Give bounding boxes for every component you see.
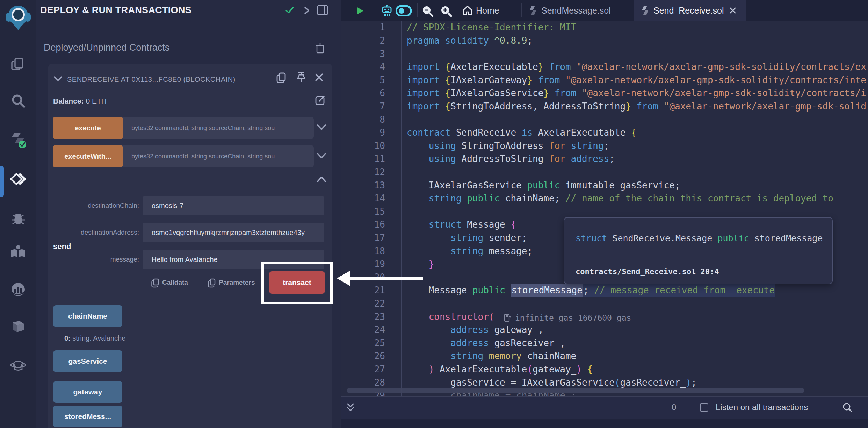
code-line[interactable]: // SPDX-License-Identifier: MIT [407,21,576,34]
sidebar-item-debugger[interactable] [8,209,28,229]
close-contract-icon[interactable] [314,73,324,82]
copy-calldata-icon[interactable] [151,278,159,288]
remix-ide-window: DEPLOY & RUN TRANSACTIONS Deployed/Unpin… [0,0,868,428]
getter-button-chainName[interactable]: chainName [53,305,122,327]
pin-panel-icon[interactable] [317,5,328,15]
edit-balance-icon[interactable] [315,94,326,106]
icon-rail [0,0,36,428]
sidebar-item-plugin-cube[interactable] [8,317,28,336]
divider [370,3,370,17]
listen-transactions-checkbox[interactable] [700,403,708,412]
line-number: 6 [341,87,385,100]
line-number: 4 [341,60,385,74]
pin-contract-icon[interactable] [296,71,306,83]
listen-transactions-label[interactable]: Listen on all transactions [716,402,808,412]
code-line[interactable]: using AddressToString for address; [407,152,615,166]
copy-parameters-icon[interactable] [208,278,216,288]
clear-contracts-trash-icon[interactable] [316,43,325,54]
solidity-file-icon [642,6,649,15]
code-line[interactable]: pragma solidity ^0.8.9; [407,34,533,48]
tab-sendmessage[interactable]: SendMessage.sol [529,0,611,21]
close-tab-icon[interactable] [729,7,737,14]
calldata-label[interactable]: Calldata [162,279,188,286]
collapse-send-chevron-icon[interactable] [317,176,326,183]
function-params-input[interactable]: bytes32 commandId, string sourceChain, s… [121,145,314,167]
getter-button-gateway[interactable]: gateway [53,381,122,403]
code-line[interactable]: constructor( [407,311,494,324]
solidity-file-icon [529,6,536,15]
code-line[interactable]: address gasReceiver_, [407,337,565,350]
expand-params-chevron-icon[interactable] [317,124,326,131]
code-line[interactable]: string sender; [407,231,527,245]
code-line[interactable]: string public chainName; // name of the … [407,192,833,205]
expand-params-chevron-icon[interactable] [317,152,326,159]
line-number: 16 [341,218,385,231]
sidebar-item-statistics[interactable] [8,280,28,299]
code-line[interactable]: import {IAxelarGasService} from "@axelar… [407,87,866,100]
line-number: 19 [341,258,385,271]
search-terminal-icon[interactable] [842,402,853,413]
tab-home[interactable]: Home [476,0,499,21]
code-line[interactable]: IAxelarGasService public immutable gasSe… [407,179,680,192]
code-line[interactable]: address gateway_, [407,323,543,337]
line-number: 25 [341,337,385,350]
active-plugin-indicator [0,166,4,197]
line-number: 15 [341,205,385,219]
code-line[interactable]: import {IAxelarGateway} from "@axelar-ne… [407,74,866,87]
home-icon[interactable] [462,5,473,16]
code-line[interactable]: ) AxelarExecutable(gateway_) { [407,363,593,376]
code-line[interactable]: struct Message { [407,218,516,231]
code-line[interactable]: string memory chainName_ [407,350,582,363]
code-line[interactable]: import {AxelarExecutable} from "@axelar-… [407,60,866,74]
run-script-play-icon[interactable] [355,6,365,16]
copy-address-icon[interactable] [276,72,287,84]
code-line[interactable]: string message; [407,245,533,258]
line-number: 18 [341,245,385,258]
tooltip-signature: struct SendReceive.Message public stored… [576,218,823,259]
parameters-label[interactable]: Parameters [219,279,255,286]
code-line[interactable]: using StringToAddress for string; [407,140,609,153]
collapse-contract-chevron-icon[interactable] [53,76,63,82]
sidebar-item-unit-testing[interactable] [8,242,28,262]
function-button-execute[interactable]: execute [53,117,123,139]
sidebar-item-search[interactable] [8,91,28,110]
getter-button-gasService[interactable]: gasService [53,350,122,372]
ai-assistant-robot-icon[interactable] [380,5,393,17]
function-button-executeWith[interactable]: executeWith... [53,145,123,167]
line-number: 27 [341,363,385,376]
remix-logo-icon[interactable] [5,3,31,31]
sidebar-item-deploy-run[interactable] [8,169,28,189]
scrollbar-thumb[interactable] [347,388,804,393]
line-number: 11 [341,152,385,166]
code-line[interactable]: contract SendReceive is AxelarExecutable… [407,126,636,140]
field-input-destinationChain[interactable]: osmosis-7 [143,196,324,215]
field-label: destinationAddress: [81,223,139,242]
horizontal-scrollbar[interactable] [341,387,868,394]
zoom-out-icon[interactable] [421,5,434,17]
code-line[interactable]: } [407,258,434,271]
tab-send-receive[interactable]: Send_Receive.sol [634,0,746,21]
copilot-toggle-icon[interactable] [396,5,412,16]
terminal-bar: 0 Listen on all transactions [341,396,868,419]
getter-button-storedMess[interactable]: storedMess... [53,406,122,427]
function-params-input[interactable]: bytes32 commandId, string sourceChain, s… [121,117,314,139]
zoom-in-icon[interactable] [440,5,453,17]
line-number: 17 [341,231,385,245]
expand-terminal-icon[interactable] [346,402,355,413]
compile-check-icon [285,6,294,14]
chevron-right-icon[interactable] [304,6,310,15]
line-number: 24 [341,323,385,337]
line-number: 3 [341,48,385,61]
tooltip-location[interactable]: contracts/Send_Receive.sol 20:4 [576,259,719,284]
field-input-destinationAddress[interactable]: osmo1vqgrchlfuymkjrzmrjznpam3xtzfemthzue… [143,223,324,242]
send-field-row: destinationAddress:osmo1vqgrchlfuymkjrzm… [48,223,332,242]
panel-title: DEPLOY & RUN TRANSACTIONS [40,5,191,16]
sidebar-item-file-explorer[interactable] [8,55,28,74]
sidebar-item-cookbook[interactable] [8,356,28,376]
code-line[interactable]: import {StringToAddress, AddressToString… [407,100,866,113]
code-line[interactable]: Message public storedMessage; // message… [407,284,775,297]
sidebar-item-solidity-compiler[interactable] [8,130,28,150]
deployed-contracts-heading: Deployed/Unpinned Contracts [44,42,169,53]
line-number: 21 [341,284,385,297]
line-number: 26 [341,350,385,363]
